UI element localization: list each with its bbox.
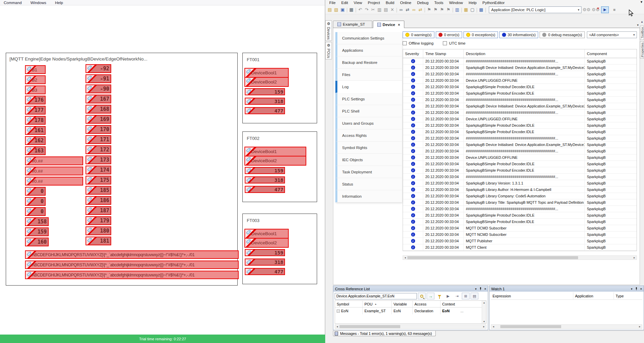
- value-tag-chip[interactable]: 477: [245, 186, 285, 193]
- log-row[interactable]: i 20.12.2020 00:33:04 ##################…: [403, 71, 637, 77]
- tag-chip[interactable]: #0.##: [25, 177, 83, 186]
- paste-icon[interactable]: ▤: [383, 6, 389, 13]
- tag-chip[interactable]: 160: [25, 238, 49, 246]
- scroll-right-icon[interactable]: ►: [632, 256, 637, 259]
- tag-chip[interactable]: -90: [86, 84, 111, 93]
- col-header-symbol[interactable]: Symbol: [335, 301, 363, 307]
- pin-icon[interactable]: [479, 287, 482, 290]
- redo-icon[interactable]: ↷: [363, 6, 370, 13]
- sidebar-item[interactable]: Communication Settings: [335, 32, 402, 44]
- log-filter-button[interactable]: 30 information(s): [499, 31, 539, 38]
- tag-chip[interactable]: B1: [25, 65, 46, 74]
- sidebar-item[interactable]: Log: [335, 81, 402, 93]
- log-row[interactable]: i 20.12.2020 00:33:04 MQTT Client Sparkp…: [403, 244, 637, 251]
- menu-item[interactable]: Tools: [434, 1, 444, 5]
- tag-chip[interactable]: 175: [86, 176, 111, 185]
- cut-icon[interactable]: ✂: [370, 6, 376, 13]
- close-icon[interactable]: ×: [484, 287, 486, 291]
- tag-chip[interactable]: 161: [25, 126, 46, 135]
- col-header-type[interactable]: Type: [614, 292, 642, 299]
- replace-icon[interactable]: ⇄: [404, 6, 411, 13]
- bookmark-next-icon[interactable]: ⚑: [439, 6, 445, 13]
- value-tag-chip[interactable]: 318: [245, 98, 285, 105]
- col-header-component[interactable]: Component: [585, 49, 637, 58]
- log-row[interactable]: i 20.12.2020 00:33:04 SparkplugB Device …: [403, 65, 637, 71]
- crossref-vertical-scrollbar[interactable]: ▲ ▼: [482, 301, 486, 323]
- log-row[interactable]: i 20.12.2020 00:33:04 Device.UNPLUGGED.O…: [403, 154, 637, 161]
- separator[interactable]: |: [355, 6, 357, 13]
- chevron-down-icon[interactable]: ▾: [576, 7, 581, 13]
- tag-chip[interactable]: 176: [25, 96, 46, 104]
- checkbox-box[interactable]: [443, 41, 447, 45]
- tag-chip[interactable]: 163: [25, 146, 46, 155]
- chevron-down-icon[interactable]: ▾: [631, 287, 633, 291]
- tag-chip[interactable]: -92: [86, 64, 111, 73]
- pin-icon[interactable]: [635, 287, 638, 290]
- col-header-severity[interactable]: Severity: [403, 49, 423, 58]
- tag-chip[interactable]: -91: [86, 74, 111, 83]
- scroll-down-icon[interactable]: ▼: [483, 320, 485, 323]
- open-file-icon[interactable]: ▧: [333, 6, 339, 13]
- delete-icon[interactable]: ✕: [389, 6, 396, 13]
- sidebar-item[interactable]: Task Deployment: [335, 166, 402, 178]
- tag-chip[interactable]: B2: [25, 75, 46, 84]
- tag-chip[interactable]: 181: [86, 237, 111, 245]
- chevron-down-icon[interactable]: ▾: [475, 287, 477, 291]
- log-filter-button[interactable]: 0 error(s): [436, 31, 462, 38]
- tag-chip[interactable]: 172: [86, 145, 111, 154]
- scroll-left-icon[interactable]: ◄: [491, 325, 496, 328]
- start-button[interactable]: ▶: [601, 6, 609, 13]
- separator[interactable]: |: [452, 6, 454, 13]
- tag-chip[interactable]: 0: [25, 207, 46, 216]
- dock-tab[interactable]: ToolBox: [640, 26, 644, 40]
- col-header-timestamp[interactable]: Time Stamp: [423, 49, 464, 58]
- insert-icon[interactable]: ⇥: [453, 293, 461, 299]
- logout-icon[interactable]: ⚙⚙✕: [592, 6, 600, 13]
- tag-chip[interactable]: #0.##: [25, 167, 83, 175]
- col-header-access[interactable]: Access: [413, 301, 440, 307]
- new-object-icon[interactable]: ▢: [469, 6, 476, 13]
- tag-chip[interactable]: 158: [25, 217, 49, 226]
- value-tag-chip[interactable]: 159: [245, 88, 285, 95]
- bool-tag-chip[interactable]: DeviceBool2: [244, 238, 289, 248]
- scroll-up-icon[interactable]: ▲: [483, 301, 485, 304]
- log-row[interactable]: i 20.12.2020 00:33:04 SparkplugBSimple P…: [403, 84, 637, 90]
- log-row[interactable]: i 20.12.2020 00:33:04 SparkplugB Library…: [403, 193, 637, 199]
- log-row[interactable]: i 20.12.2020 00:33:04 Device.UNPLUGGED.O…: [403, 77, 637, 84]
- bookmark-prev-icon[interactable]: ⚑: [432, 6, 439, 13]
- crossref-horizontal-scrollbar[interactable]: ◄ ►: [335, 324, 486, 329]
- copy-icon[interactable]: ▥: [376, 6, 383, 13]
- document-tab[interactable]: Device ×: [373, 21, 405, 28]
- sidebar-item[interactable]: Access Rights: [335, 129, 402, 142]
- value-tag-chip[interactable]: 318: [245, 259, 285, 266]
- value-tag-chip[interactable]: 318: [245, 176, 285, 183]
- save-icon[interactable]: ▣: [339, 6, 346, 13]
- bool-tag-chip[interactable]: DeviceBool2: [244, 156, 306, 166]
- crossref-row[interactable]: −EoN Example_ST EoN Declaration EoN...: [335, 308, 486, 314]
- find-icon[interactable]: ∞: [398, 6, 404, 13]
- log-row[interactable]: i 20.12.2020 00:33:04 ##################…: [403, 174, 637, 180]
- window-corner-icon[interactable]: ▼: [640, 0, 643, 4]
- play-icon[interactable]: ▶: [444, 293, 452, 299]
- log-row[interactable]: i 20.12.2020 00:33:04 SparkplugBSimple P…: [403, 129, 637, 135]
- scroll-left-icon[interactable]: ◄: [335, 325, 339, 328]
- project-compare-icon[interactable]: ▥: [454, 6, 460, 13]
- add-to-watch-icon[interactable]: ⊞: [462, 293, 470, 299]
- col-header-variable[interactable]: Variable: [392, 301, 413, 307]
- tag-chip[interactable]: 159: [25, 227, 49, 236]
- sidebar-item[interactable]: Information: [335, 190, 402, 202]
- col-header-pou[interactable]: POU▲: [363, 301, 392, 307]
- tag-chip[interactable]: 169: [86, 115, 111, 124]
- value-tag-chip[interactable]: 477: [245, 268, 285, 275]
- value-tag-chip[interactable]: 159: [245, 249, 285, 256]
- build-icon[interactable]: ▦: [463, 6, 469, 13]
- tab-overflow-icon[interactable]: ▾: [637, 23, 640, 28]
- log-filter-button[interactable]: 0 exception(s): [463, 31, 498, 38]
- undo-icon[interactable]: ↶: [357, 6, 363, 13]
- tag-chip[interactable]: 177: [25, 106, 46, 115]
- scrollbar-thumb[interactable]: [407, 256, 578, 259]
- sidebar-item[interactable]: IEC Objects: [335, 154, 402, 166]
- log-option-checkbox[interactable]: Offline logging: [403, 41, 433, 45]
- tag-chip[interactable]: 173: [86, 155, 111, 164]
- log-row[interactable]: i 20.12.2020 00:33:04 MQTT Publisher Spa…: [403, 238, 637, 244]
